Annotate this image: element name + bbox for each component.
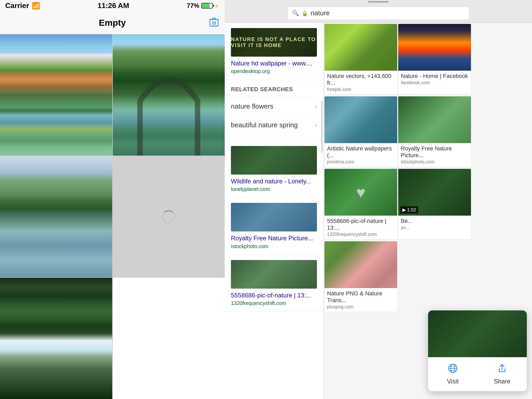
img-card-thumb-sunset (398, 24, 471, 71)
result-thumb-2 (231, 203, 317, 231)
chevron-icon-1: › (315, 122, 317, 129)
address-bar[interactable]: 🔍 🔒 nature (288, 6, 469, 20)
video-duration: 1:02 (407, 207, 416, 213)
share-label: Share (494, 378, 510, 385)
chevron-icon-0: › (315, 103, 317, 110)
img-card-title-1: Artistic Nature wallpapers (... (327, 145, 395, 159)
carrier-label: Carrier (5, 2, 29, 10)
drag-handle-bar (368, 1, 389, 3)
status-right: 77% ⚡ (187, 2, 220, 9)
img-card-pink[interactable]: Nature PNG & Nature Trans... pluspng.com (324, 241, 397, 312)
img-card-body-pink: Nature PNG & Nature Trans... pluspng.com (324, 288, 397, 312)
img-card-title-stock: Royalty Free Nature Picture... (401, 145, 468, 159)
popup-thumb (428, 310, 527, 357)
status-bar: Carrier 📶 11:26 AM 77% ⚡ (0, 0, 225, 11)
img-card-source-video: yo... (401, 225, 468, 230)
image-cell-empty (113, 278, 225, 399)
img-card-heart[interactable]: ♥ 5558686-pic-of-nature | 13:... 1320fre… (324, 169, 397, 239)
img-card-stock[interactable]: Royalty Free Nature Picture... istockpho… (398, 96, 471, 167)
result-title-0: Nature hd wallpaper - www.... (231, 59, 317, 67)
waterfall-scene (0, 278, 112, 399)
share-button[interactable]: Share (477, 357, 527, 391)
img-card-title-sunset: Nature - Home | Facebook (401, 73, 468, 79)
wifi-icon: 📶 (32, 2, 40, 10)
result-item-0[interactable]: NATURE IS NOT A PLACE TO VISIT IT IS HOM… (225, 23, 323, 80)
drag-handle (225, 0, 532, 4)
result-thumb-3 (231, 260, 317, 289)
img-card-sunset[interactable]: Nature - Home | Facebook facebook.com (398, 24, 471, 94)
share-icon (497, 363, 507, 376)
img-card-thumb-heart: ♥ (324, 169, 397, 216)
image-results-pane: Nature vectors, +143,600 fr... freepik.c… (323, 23, 532, 399)
search-icon: 🔍 (292, 10, 299, 17)
img-card-0[interactable]: Nature vectors, +143,600 fr... freepik.c… (324, 24, 397, 94)
img-card-source-pink: pluspng.com (327, 304, 395, 310)
related-searches-section: RELATED SEARCHES nature flowers › beauti… (225, 80, 323, 141)
result-url-1: lonelyplanet.com (231, 186, 317, 192)
image-cell-mountain-lake[interactable] (0, 34, 112, 156)
img-card-source-1: jonvilma.com (327, 159, 395, 165)
img-card-video[interactable]: ▶ 1:02 Be... yo... (398, 169, 471, 239)
search-results-pane: NATURE IS NOT A PLACE TO VISIT IT IS HOM… (225, 23, 323, 399)
image-cell-arch-bridge[interactable] (113, 34, 225, 156)
img-card-title-0: Nature vectors, +143,600 fr... (327, 73, 395, 86)
mountain-lake-scene (0, 34, 112, 156)
result-url-2: istockphoto.com (231, 243, 317, 249)
img-card-title-heart: 5558686-pic-of-nature | 13:... (327, 218, 395, 231)
result-item-2[interactable]: Royalty Free Nature Picture... istockpho… (225, 198, 323, 255)
visit-button[interactable]: Visit (428, 357, 477, 391)
address-text[interactable]: nature (311, 9, 330, 17)
result-url-3: 1320frequencyshift.com (231, 300, 317, 306)
img-card-source-0: freepik.com (327, 87, 395, 92)
result-title-3: 5558686-pic-of-nature | 13:... (231, 291, 317, 299)
img-card-source-stock: istockphoto.com (401, 159, 468, 165)
result-url-0: opendesktop.org (231, 68, 317, 74)
browser-panel: 🔍 🔒 nature NATURE IS NOT A PLACE TO VISI… (225, 0, 532, 399)
globe-icon (448, 363, 458, 376)
battery-icon (201, 3, 213, 9)
related-item-0[interactable]: nature flowers › (231, 97, 317, 116)
related-label-0: nature flowers (231, 102, 273, 110)
battery-indicator: ⚡ (201, 3, 220, 9)
battery-percent: 77% (187, 2, 199, 9)
result-thumb-1 (231, 146, 317, 175)
img-card-body-video: Be... yo... (398, 216, 471, 232)
image-cell-loading (113, 156, 225, 277)
trash-button[interactable] (210, 17, 218, 29)
image-cell-alpine-lake[interactable] (0, 156, 112, 277)
img-card-body-0: Nature vectors, +143,600 fr... freepik.c… (324, 71, 397, 94)
result-title-2: Royalty Free Nature Picture... (231, 234, 317, 242)
left-panel: Carrier 📶 11:26 AM 77% ⚡ Empty (0, 0, 225, 399)
img-card-body-sunset: Nature - Home | Facebook facebook.com (398, 71, 471, 88)
navigation-bar: Empty (0, 11, 225, 34)
scrollbar[interactable] (321, 101, 323, 153)
img-card-thumb-pink (324, 241, 397, 288)
result-item-3[interactable]: 5558686-pic-of-nature | 13:... 1320frequ… (225, 255, 323, 312)
img-card-thumb-0 (324, 24, 397, 71)
related-item-1[interactable]: beautiful nature spring › (231, 116, 317, 134)
time-label: 11:26 AM (97, 2, 129, 10)
img-card-body-stock: Royalty Free Nature Picture... istockpho… (398, 143, 471, 167)
img-card-thumb-stock (398, 96, 471, 143)
img-card-source-heart: 1320frequencyshift.com (327, 232, 395, 237)
battery-fill (202, 3, 210, 8)
popup-card: Visit Share (428, 310, 527, 391)
alpine-lake-scene (0, 156, 112, 277)
arch-bridge-scene (113, 34, 225, 156)
popup-buttons: Visit Share (428, 357, 527, 391)
play-icon: ▶ (402, 207, 406, 213)
result-item-1[interactable]: Wildlife and nature - Lonely... lonelypl… (225, 141, 323, 198)
image-cell-waterfall[interactable] (0, 278, 112, 399)
img-card-1[interactable]: Artistic Nature wallpapers (... jonvilma… (324, 96, 397, 167)
img-card-source-sunset: facebook.com (401, 80, 468, 85)
img-card-body-heart: 5558686-pic-of-nature | 13:... 1320frequ… (324, 216, 397, 239)
img-card-thumb-video: ▶ 1:02 (398, 169, 471, 216)
result-title-1: Wildlife and nature - Lonely... (231, 177, 317, 185)
img-card-body-1: Artistic Nature wallpapers (... jonvilma… (324, 143, 397, 167)
result-thumb-0: NATURE IS NOT A PLACE TO VISIT IT IS HOM… (231, 28, 317, 57)
img-card-thumb-1 (324, 96, 397, 143)
status-left: Carrier 📶 (5, 2, 40, 10)
img-card-title-pink: Nature PNG & Nature Trans... (327, 290, 395, 304)
visit-label: Visit (447, 378, 459, 385)
related-searches-heading: RELATED SEARCHES (231, 86, 317, 93)
